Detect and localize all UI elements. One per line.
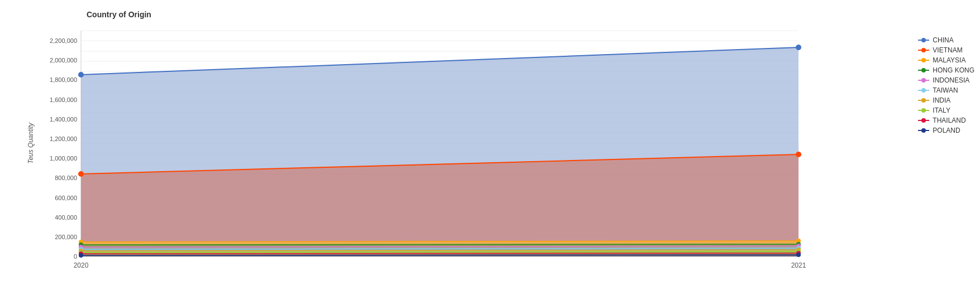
legend-line-vietnam	[918, 47, 929, 54]
legend-label-hongkong: HONG KONG	[933, 66, 974, 74]
svg-point-47	[921, 78, 926, 83]
svg-text:200,000: 200,000	[55, 234, 77, 240]
legend-line-hongkong	[918, 67, 929, 74]
legend-item-indonesia: INDONESIA	[918, 76, 974, 84]
legend-item-india: INDIA	[918, 96, 974, 104]
svg-text:1,400,000: 1,400,000	[50, 116, 77, 123]
legend-line-italy	[918, 107, 929, 114]
poland-dot-start	[79, 253, 83, 258]
legend-label-thailand: THAILAND	[933, 117, 965, 124]
china-dot-start	[78, 72, 84, 77]
legend-item-taiwan: TAIWAN	[918, 86, 974, 94]
legend-item-thailand: THAILAND	[918, 117, 974, 124]
legend-label-vietnam: VIETNAM	[933, 46, 962, 54]
svg-point-43	[921, 58, 926, 62]
legend-item-china: CHINA	[918, 36, 974, 44]
svg-point-53	[921, 108, 926, 113]
poland-dot-end	[796, 253, 801, 257]
legend-line-indonesia	[918, 77, 929, 84]
chart-svg: 2,200,000 2,000,000 1,800,000 1,600,000 …	[0, 0, 980, 286]
legend-label-indonesia: INDONESIA	[933, 76, 969, 84]
vietnam-dot-start	[78, 171, 84, 177]
legend-label-taiwan: TAIWAN	[933, 86, 958, 94]
legend-label-poland: POLAND	[933, 127, 960, 134]
svg-point-49	[921, 88, 926, 93]
svg-text:1,800,000: 1,800,000	[50, 76, 77, 83]
svg-text:400,000: 400,000	[55, 214, 77, 221]
legend-line-poland	[918, 127, 929, 134]
svg-text:1,000,000: 1,000,000	[50, 155, 77, 162]
svg-text:2,200,000: 2,200,000	[50, 37, 77, 44]
svg-text:2,000,000: 2,000,000	[50, 57, 77, 64]
svg-text:0: 0	[74, 253, 77, 260]
thailand-line	[81, 253, 799, 254]
legend-item-vietnam: VIETNAM	[918, 46, 974, 54]
legend-line-malaysia	[918, 57, 929, 64]
svg-point-55	[921, 118, 926, 123]
svg-text:2020: 2020	[74, 261, 89, 269]
poland-line	[81, 255, 799, 255]
svg-point-45	[921, 68, 926, 72]
legend-label-india: INDIA	[933, 96, 950, 104]
svg-point-41	[921, 48, 926, 52]
svg-text:2021: 2021	[791, 261, 806, 269]
legend-label-malaysia: MALAYSIA	[933, 56, 965, 64]
svg-point-51	[921, 98, 926, 103]
chart-wrapper: Country of Origin Teus Quantity	[0, 0, 980, 286]
svg-text:600,000: 600,000	[55, 195, 77, 201]
svg-point-57	[921, 128, 926, 133]
vietnam-dot-end	[796, 152, 801, 157]
svg-text:1,600,000: 1,600,000	[50, 96, 77, 103]
hongkong-line	[81, 244, 799, 245]
legend-item-malaysia: MALAYSIA	[918, 56, 974, 64]
legend-item-poland: POLAND	[918, 127, 974, 134]
legend-line-taiwan	[918, 87, 929, 94]
china-dot-end	[796, 45, 801, 50]
legend-item-hongkong: HONG KONG	[918, 66, 974, 74]
svg-point-39	[921, 38, 926, 42]
legend-line-thailand	[918, 117, 929, 124]
svg-text:800,000: 800,000	[55, 174, 77, 181]
legend-item-italy: ITALY	[918, 106, 974, 114]
legend-line-india	[918, 97, 929, 104]
legend-label-china: CHINA	[933, 36, 953, 44]
legend-label-italy: ITALY	[933, 106, 950, 114]
chart-legend: CHINA VIETNAM MALAYSIA HONG KONG INDONES…	[918, 36, 974, 134]
svg-text:1,200,000: 1,200,000	[50, 135, 77, 142]
legend-line-china	[918, 37, 929, 43]
